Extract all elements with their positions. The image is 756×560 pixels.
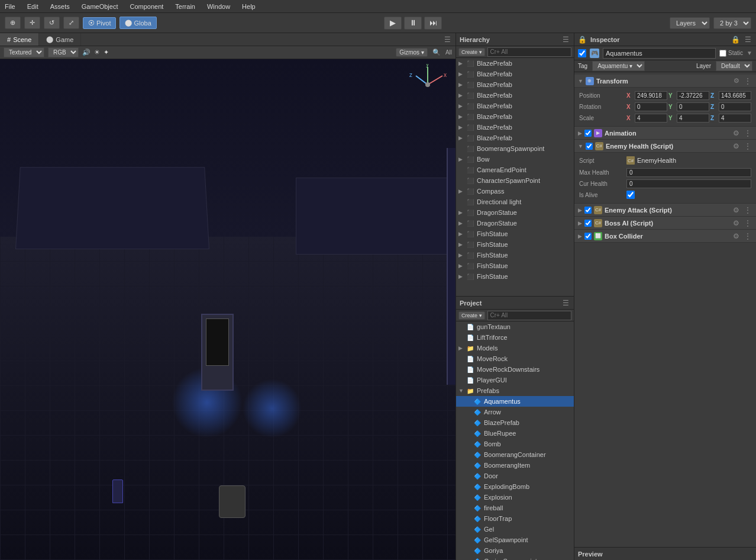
- bossai-enable-checkbox[interactable]: [584, 220, 592, 227]
- boxcollider-enable-checkbox[interactable]: [584, 233, 592, 240]
- hierarchy-search[interactable]: [487, 47, 571, 57]
- menu-item-assets[interactable]: Assets: [48, 2, 72, 11]
- project-search[interactable]: [487, 311, 571, 320]
- object-name-input[interactable]: [603, 48, 716, 59]
- is-alive-checkbox[interactable]: [626, 191, 635, 199]
- tree-item-blazeprefab-6[interactable]: ▶ ⬛ BlazePrefab: [456, 111, 574, 122]
- tree-item-blazeprefab-4[interactable]: ▶ ⬛ BlazePrefab: [456, 90, 574, 101]
- tree-item-blazeprefab-5[interactable]: ▶ ⬛ BlazePrefab: [456, 101, 574, 111]
- layers-dropdown[interactable]: Layers: [670, 17, 710, 29]
- project-item-boomerangitem[interactable]: ▶ 🔷 BoomerangItem: [456, 460, 574, 471]
- project-item-floortrap[interactable]: ▶ 🔷 FloorTrap: [456, 513, 574, 524]
- viewport-menu-btn[interactable]: ☰: [443, 36, 452, 44]
- pos-y-input[interactable]: [677, 91, 709, 100]
- project-item-aquamentus[interactable]: ▶ 🔷 Aquamentus: [456, 396, 574, 407]
- tree-item-cameraendpoint[interactable]: ▶ ⬛ CameraEndPoint: [456, 165, 574, 175]
- tree-item-characterspawnpoint[interactable]: ▶ ⬛ CharacterSpawnPoint: [456, 175, 574, 186]
- enemy-health-header[interactable]: ▼ C# Enemy Health (Script) ⚙ ⋮: [574, 140, 756, 153]
- hierarchy-menu-btn[interactable]: ☰: [561, 36, 570, 44]
- layer-dropdown[interactable]: Default: [716, 61, 752, 71]
- project-item-lifttriforce[interactable]: ▶ 📄 LiftTriforce: [456, 332, 574, 343]
- static-checkbox[interactable]: [719, 50, 726, 57]
- menu-item-edit[interactable]: Edit: [25, 2, 41, 11]
- enemyhealth-settings-btn[interactable]: ⚙: [732, 142, 741, 150]
- tree-item-blazeprefab-3[interactable]: ▶ ⬛ BlazePrefab: [456, 79, 574, 90]
- menu-item-file[interactable]: File: [2, 2, 18, 11]
- project-item-arrow[interactable]: ▶ 🔷 Arrow: [456, 407, 574, 417]
- enemyattack-more-btn[interactable]: ⋮: [743, 206, 752, 214]
- tree-item-directional-light[interactable]: ▶ ⬛ Directional light: [456, 197, 574, 207]
- project-item-goriya[interactable]: ▶ 🔷 Goriya: [456, 545, 574, 556]
- animation-header[interactable]: ▶ ▶ Animation ⚙ ⋮: [574, 127, 756, 140]
- project-item-goriyaspawnpoint[interactable]: ▶ 🔷 GoriyaSpawnpoint: [456, 556, 574, 560]
- tree-item-blazeprefab-7[interactable]: ▶ ⬛ BlazePrefab: [456, 122, 574, 133]
- tab-scene[interactable]: # Scene: [0, 33, 39, 46]
- transform-more-btn[interactable]: ⋮: [743, 77, 752, 85]
- menu-item-gameobject[interactable]: GameObject: [79, 2, 121, 11]
- transform-settings-btn[interactable]: ⚙: [732, 77, 741, 85]
- tree-item-dragonstatue-1[interactable]: ▶ ⬛ DragonStatue: [456, 207, 574, 218]
- tab-game[interactable]: ⬤ Game: [39, 33, 81, 46]
- animation-settings-btn[interactable]: ⚙: [732, 129, 741, 137]
- rot-z-input[interactable]: [719, 102, 751, 111]
- project-item-blazeprefab[interactable]: ▶ 🔷 BlazePrefab: [456, 417, 574, 428]
- animation-enable-checkbox[interactable]: [584, 130, 592, 137]
- play-btn[interactable]: ▶: [384, 17, 402, 30]
- project-item-moverock[interactable]: ▶ 📄 MoveRock: [456, 353, 574, 364]
- project-item-bluerupee[interactable]: ▶ 🔷 BlueRupee: [456, 428, 574, 439]
- boxcollider-settings-btn[interactable]: ⚙: [732, 232, 741, 240]
- tree-item-bow[interactable]: ▶ ⬛ Bow: [456, 154, 574, 165]
- color-select[interactable]: RGB: [48, 47, 79, 57]
- menu-item-window[interactable]: Window: [205, 2, 232, 11]
- menu-item-terrain[interactable]: Terrain: [173, 2, 198, 11]
- hand-tool-btn[interactable]: ⊕: [5, 17, 21, 29]
- boss-ai-header[interactable]: ▶ C# Boss AI (Script) ⚙ ⋮: [574, 217, 756, 230]
- menu-item-component[interactable]: Component: [127, 2, 166, 11]
- tree-item-fishstatue-5[interactable]: ▶ ⬛ FishStatue: [456, 271, 574, 282]
- cur-health-input[interactable]: [626, 179, 751, 188]
- scale-y-input[interactable]: [677, 114, 709, 123]
- pause-btn[interactable]: ⏸: [404, 17, 422, 30]
- bossai-more-btn[interactable]: ⋮: [743, 219, 752, 227]
- box-collider-header[interactable]: ▶ ⬜ Box Collider ⚙ ⋮: [574, 230, 756, 243]
- project-item-models[interactable]: ▶ 📁 Models: [456, 343, 574, 353]
- static-dropdown-arrow[interactable]: ▼: [747, 50, 752, 56]
- inspector-lock-btn[interactable]: 🔒: [730, 36, 741, 44]
- project-item-gel[interactable]: ▶ 🔷 Gel: [456, 524, 574, 535]
- tree-item-compass[interactable]: ▶ ⬛ Compass: [456, 186, 574, 197]
- tag-dropdown[interactable]: Aquamentu ▾: [592, 61, 645, 71]
- project-item-prefabs[interactable]: ▼ 📁 Prefabs: [456, 385, 574, 396]
- viewport-canvas[interactable]: x y z: [0, 59, 455, 560]
- rot-y-input[interactable]: [677, 102, 709, 111]
- enemyhealth-more-btn[interactable]: ⋮: [743, 142, 752, 150]
- project-item-boomerangcontainer[interactable]: ▶ 🔷 BoomerangContainer: [456, 449, 574, 460]
- rot-x-input[interactable]: [635, 102, 667, 111]
- tree-item-dragonstatue-2[interactable]: ▶ ⬛ DragonStatue: [456, 218, 574, 228]
- gizmos-btn[interactable]: Gizmos ▾: [396, 48, 428, 57]
- bossai-settings-btn[interactable]: ⚙: [732, 219, 741, 227]
- shading-select[interactable]: Textured: [4, 47, 44, 57]
- pivot-btn[interactable]: ⦿ Pivot: [83, 17, 116, 29]
- hierarchy-create-btn[interactable]: Create ▾: [458, 48, 485, 56]
- enemy-attack-header[interactable]: ▶ C# Enemy Attack (Script) ⚙ ⋮: [574, 204, 756, 217]
- enemyattack-settings-btn[interactable]: ⚙: [732, 206, 741, 214]
- max-health-input[interactable]: [626, 168, 751, 177]
- project-item-bomb[interactable]: ▶ 🔷 Bomb: [456, 439, 574, 449]
- inspector-menu-btn[interactable]: ☰: [744, 36, 752, 44]
- project-item-gelspawnpoint[interactable]: ▶ 🔷 GelSpawnpoint: [456, 535, 574, 545]
- rotate-tool-btn[interactable]: ↺: [44, 17, 60, 29]
- step-btn[interactable]: ⏭: [424, 17, 442, 30]
- project-item-moverockdownstairs[interactable]: ▶ 📄 MoveRockDownstairs: [456, 364, 574, 375]
- tree-item-blazeprefab-1[interactable]: ▶ ⬛ BlazePrefab: [456, 58, 574, 69]
- animation-more-btn[interactable]: ⋮: [743, 129, 752, 137]
- scale-tool-btn[interactable]: ⤢: [63, 17, 79, 29]
- tree-item-boomerangspawnpoint[interactable]: ▶ ⬛ BoomerangSpawnpoint: [456, 143, 574, 154]
- tree-item-fishstatue-4[interactable]: ▶ ⬛ FishStatue: [456, 260, 574, 271]
- project-item-fireball[interactable]: ▶ 🔷 fireball: [456, 503, 574, 513]
- tree-item-blazeprefab-2[interactable]: ▶ ⬛ BlazePrefab: [456, 69, 574, 79]
- move-tool-btn[interactable]: ✛: [24, 17, 40, 29]
- scale-z-input[interactable]: [719, 114, 751, 123]
- object-active-checkbox[interactable]: [578, 49, 586, 57]
- tree-item-fishstatue-1[interactable]: ▶ ⬛ FishStatue: [456, 228, 574, 239]
- enemyhealth-enable-checkbox[interactable]: [586, 143, 593, 150]
